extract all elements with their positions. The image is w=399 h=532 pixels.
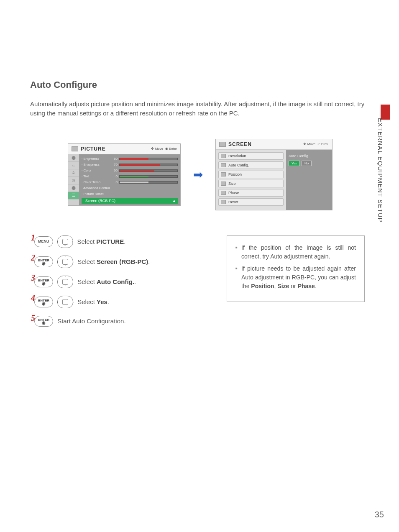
step-5: 5 ENTER◉ Start Auto Configuration.: [34, 316, 210, 327]
item-sharpness: · Sharpness: [82, 163, 112, 166]
tips-box: If the position of the image is still no…: [227, 235, 365, 302]
nav-key: ˆˇ: [57, 276, 73, 288]
enter-key: ENTER◉: [34, 297, 53, 307]
intro-paragraph: Automatically adjusts picture position a…: [30, 100, 369, 118]
osd-picture-title: PICTURE: [81, 146, 106, 152]
screen-item-phase: Phase: [218, 189, 284, 197]
menu-key: MENU: [34, 236, 53, 247]
screen-item-resolution: Resolution: [218, 152, 284, 160]
step-number: 4: [31, 293, 35, 303]
step-number: 1: [31, 233, 35, 243]
steps-list: 1 MENU ‹›ˆˇ Select PICTURE. 2 ENTER◉ ‹›ˆ…: [34, 235, 210, 334]
osd-screen-hints: ✥ Move ↩ Prev.: [303, 142, 329, 146]
page-title: Auto Configure: [30, 79, 369, 90]
hint-move: Move: [307, 142, 316, 146]
nav-key: ‹›: [57, 296, 73, 308]
osd-picture-menu: PICTURE ✥ Move ◉ Enter ⬤▭✲◷⬤☰ · Brightne…: [68, 143, 181, 206]
step-2: 2 ENTER◉ ‹›ˆˇ Select Screen (RGB-PC).: [34, 256, 210, 268]
item-color: · Color: [82, 169, 112, 172]
screen-item-position: Position: [218, 171, 284, 178]
enter-key: ENTER◉: [34, 316, 53, 327]
nav-key: ‹›ˆˇ: [57, 235, 73, 248]
item-reset: · Picture Reset: [82, 192, 112, 196]
yes-button: Yes: [289, 161, 300, 166]
step-1: 1 MENU ‹›ˆˇ Select PICTURE.: [34, 235, 210, 248]
osd-picture-list: · Brightness50 · Sharpness70 · Color60 ·…: [79, 154, 180, 205]
enter-key: ENTER◉: [34, 276, 53, 287]
tip-2: If picture needs to be adjusted again af…: [235, 264, 356, 291]
monitor-icon: [72, 146, 78, 151]
arrow-icon: ➡: [193, 168, 203, 182]
osd-picture-hints: ✥ Move ◉ Enter: [151, 147, 177, 151]
item-brightness: · Brightness: [82, 157, 112, 161]
screen-item-size: Size: [218, 180, 284, 187]
screen-item-autoconfig: Auto Config.: [218, 161, 284, 169]
step-number: 2: [31, 253, 35, 263]
nav-key: ‹›ˆˇ: [57, 256, 73, 268]
tip-1: If the position of the image is still no…: [235, 243, 356, 261]
osd-screen-title: SCREEN: [228, 141, 252, 147]
monitor-icon: [219, 142, 226, 147]
osd-side-icons: ⬤▭✲◷⬤☰: [68, 154, 79, 205]
no-button: No: [302, 161, 312, 166]
item-advanced: · Advanced Control: [82, 186, 112, 190]
step-4: 4 ENTER◉ ‹› Select Yes.: [34, 296, 210, 308]
screen-item-reset: Reset: [218, 198, 284, 206]
osd-screen-menu: SCREEN ✥ Move ↩ Prev. Resolution Auto Co…: [215, 139, 332, 210]
item-tint: · Tint: [82, 174, 112, 178]
osd-row: PICTURE ✥ Move ◉ Enter ⬤▭✲◷⬤☰ · Brightne…: [30, 139, 369, 210]
step-number: 5: [31, 313, 35, 323]
item-colortemp: · Color Temp.: [82, 180, 112, 184]
hint-enter: Enter: [169, 147, 177, 151]
step-3: 3 ENTER◉ ˆˇ Select Auto Config..: [34, 276, 210, 288]
page-number: 35: [375, 510, 384, 519]
screen-right-label: Auto Config.: [289, 154, 330, 158]
step-number: 3: [31, 273, 35, 283]
item-screen-selected: · Screen (RGB-PC)▲: [82, 198, 178, 204]
hint-move: Move: [155, 147, 164, 151]
enter-key: ENTER◉: [34, 256, 53, 267]
hint-prev: Prev.: [321, 142, 329, 146]
